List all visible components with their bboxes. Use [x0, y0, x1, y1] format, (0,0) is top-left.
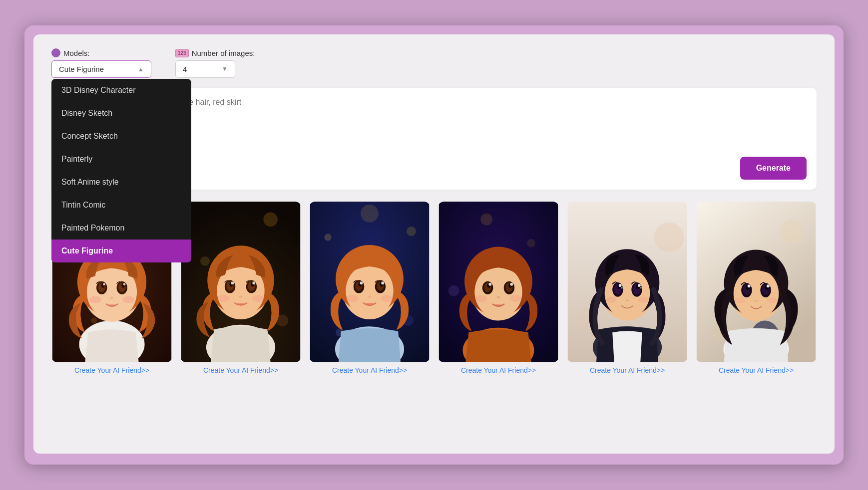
svg-point-100 — [606, 297, 616, 303]
palette-icon — [51, 48, 60, 57]
svg-point-77 — [488, 283, 491, 286]
gallery-item-2: Create Your AI Friend>> — [180, 202, 301, 374]
dropdown-item-painted-pokemon[interactable]: Painted Pokemon — [51, 217, 191, 240]
dropdown-item-painterly[interactable]: Painterly — [51, 148, 191, 171]
svg-point-103 — [780, 220, 804, 244]
svg-point-36 — [252, 281, 255, 284]
create-ai-friend-link-6[interactable]: Create Your AI Friend>> — [719, 366, 794, 374]
svg-point-3 — [91, 317, 97, 323]
create-ai-friend-link-2[interactable]: Create Your AI Friend>> — [203, 366, 278, 374]
svg-point-110 — [734, 269, 779, 319]
num-images-label-text: Number of images: — [192, 49, 255, 57]
chevron-up-icon: ▲ — [138, 66, 144, 73]
gallery-image-5 — [567, 202, 688, 362]
svg-point-43 — [407, 227, 416, 236]
inner-panel: Models: Cute Figurine ▲ 3D Disney Charac… — [33, 34, 835, 454]
models-select-button[interactable]: Cute Figurine ▲ — [51, 60, 151, 78]
svg-point-57 — [360, 281, 363, 284]
svg-point-70 — [474, 266, 522, 318]
svg-point-65 — [448, 285, 459, 296]
svg-point-41 — [361, 205, 379, 223]
models-dropdown: 3D Disney CharacterDisney SketchConcept … — [51, 79, 191, 262]
svg-point-59 — [368, 295, 371, 298]
num-images-section: 123 Number of images: 4 ▼ — [175, 49, 255, 78]
chevron-down-icon: ▼ — [222, 65, 228, 72]
svg-point-64 — [527, 239, 535, 247]
svg-point-39 — [252, 295, 264, 302]
dropdown-item-3d-disney[interactable]: 3D Disney Character — [51, 79, 191, 102]
num-images-select-button[interactable]: 4 ▼ — [175, 60, 235, 78]
create-ai-friend-link-5[interactable]: Create Your AI Friend>> — [590, 366, 665, 374]
svg-point-118 — [767, 284, 770, 287]
svg-point-58 — [381, 281, 384, 284]
gallery-image-4 — [438, 202, 559, 362]
models-label-text: Models: — [63, 49, 90, 57]
num-images-value: 4 — [183, 65, 187, 73]
svg-point-83 — [654, 223, 684, 252]
svg-point-79 — [496, 296, 500, 299]
create-ai-friend-link-4[interactable]: Create Your AI Friend>> — [461, 366, 536, 374]
generate-button[interactable]: Generate — [740, 157, 807, 180]
svg-point-18 — [89, 296, 101, 303]
gallery-image-2 — [180, 202, 301, 362]
svg-point-80 — [475, 295, 487, 302]
svg-point-50 — [346, 264, 393, 317]
svg-point-101 — [638, 297, 648, 303]
svg-point-19 — [122, 296, 134, 303]
dropdown-item-cute-figurine[interactable]: Cute Figurine — [51, 240, 191, 262]
gallery-item-5: Create Your AI Friend>> — [567, 202, 688, 374]
svg-point-15 — [103, 283, 105, 285]
svg-point-63 — [480, 214, 492, 226]
svg-point-120 — [767, 297, 777, 303]
gallery-image-6 — [696, 202, 817, 362]
num-icon: 123 — [175, 49, 189, 57]
svg-point-60 — [347, 295, 359, 302]
svg-point-81 — [510, 295, 522, 302]
svg-point-38 — [218, 295, 230, 302]
create-ai-friend-link-3[interactable]: Create Your AI Friend>> — [332, 366, 407, 374]
svg-point-78 — [510, 283, 513, 286]
svg-point-37 — [239, 295, 242, 298]
svg-point-99 — [640, 287, 642, 289]
svg-point-21 — [263, 212, 278, 227]
gallery-image-3 — [309, 202, 430, 362]
svg-point-22 — [200, 256, 210, 266]
gallery-item-3: Create Your AI Friend>> — [309, 202, 430, 374]
svg-point-119 — [735, 297, 745, 303]
svg-point-61 — [381, 295, 393, 302]
dropdown-item-concept-sketch[interactable]: Concept Sketch — [51, 125, 191, 148]
svg-point-117 — [748, 284, 751, 287]
svg-point-16 — [123, 283, 126, 285]
models-section: Models: Cute Figurine ▲ 3D Disney Charac… — [51, 48, 151, 78]
gallery-item-4: Create Your AI Friend>> — [438, 202, 559, 374]
header-row: Models: Cute Figurine ▲ 3D Disney Charac… — [51, 48, 817, 78]
models-label: Models: — [51, 48, 151, 57]
svg-point-98 — [621, 287, 623, 289]
svg-point-89 — [605, 268, 650, 318]
svg-point-97 — [638, 284, 641, 287]
svg-point-35 — [231, 281, 234, 284]
dropdown-item-disney-sketch[interactable]: Disney Sketch — [51, 102, 191, 125]
svg-point-42 — [324, 234, 331, 241]
outer-frame: Models: Cute Figurine ▲ 3D Disney Charac… — [24, 25, 844, 465]
svg-point-96 — [619, 284, 622, 287]
svg-point-17 — [110, 297, 113, 299]
selected-model-text: Cute Figurine — [59, 65, 104, 73]
create-ai-friend-link-1[interactable]: Create Your AI Friend>> — [74, 366, 149, 374]
num-images-label: 123 Number of images: — [175, 49, 255, 57]
dropdown-item-tintin[interactable]: Tintin Comic — [51, 194, 191, 217]
dropdown-item-soft-anime[interactable]: Soft Anime style — [51, 171, 191, 194]
gallery-item-6: Create Your AI Friend>> — [696, 202, 817, 374]
